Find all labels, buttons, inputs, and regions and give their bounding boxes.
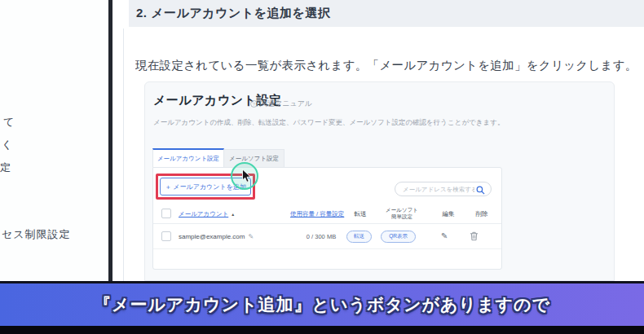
column-forward: 転送 <box>354 210 367 218</box>
sidebar: て く 定 セス制限設定 <box>0 0 108 281</box>
row-checkbox[interactable] <box>161 231 171 241</box>
mail-settings-panel: メールアカウント設定 ? 関連マニュアル メールアカウントの作成、削除、転送設定… <box>144 81 615 281</box>
trash-icon[interactable] <box>470 231 479 241</box>
help-circle-icon: ? <box>250 100 258 108</box>
sidebar-item-fragment[interactable]: 定 <box>0 160 11 175</box>
edit-pencil-icon[interactable]: ✎ <box>441 231 448 240</box>
column-edit: 編集 <box>440 210 457 218</box>
table-row: sample@example.com✎ 0 / 300 MB 転送 QR表示 ✎ <box>153 224 501 249</box>
select-all-checkbox[interactable] <box>161 209 171 218</box>
sidebar-item-access-restriction[interactable]: セス制限設定 <box>2 227 71 242</box>
mouse-cursor-icon <box>241 169 252 183</box>
search-icon[interactable] <box>476 186 485 195</box>
sidebar-item-fragment[interactable]: く <box>2 138 12 152</box>
search-box <box>395 182 492 196</box>
step-heading-band: 2. メールアカウントを追加を選択 <box>129 0 644 27</box>
instruction-text: 現在設定されている一覧が表示されます。「メールアカウントを追加」をクリックします… <box>135 58 644 73</box>
caption-text: 『メールアカウント追加』というボタンがありますので <box>94 293 550 316</box>
related-manual-label: 関連マニュアル <box>260 99 312 109</box>
letterbox-bottom-bar <box>0 326 644 334</box>
window-edge-divider <box>108 0 112 281</box>
tab-mail-account-settings[interactable]: メールアカウント設定 <box>152 148 224 167</box>
column-delete: 削除 <box>474 210 490 218</box>
qr-display-button[interactable]: QR表示 <box>381 231 416 243</box>
page: て く 定 セス制限設定 2. メールアカウントを追加を選択 現在設定されている… <box>0 0 644 334</box>
rename-pencil-icon[interactable]: ✎ <box>248 233 254 240</box>
sort-asc-icon[interactable]: ▲ <box>231 212 235 217</box>
usage-value: 0 / 300 MB <box>305 233 337 240</box>
table-header-row: メールアカウント▲ 使用容量 / 容量設定 転送 メールソフト簡単設定 編集 削… <box>153 202 501 224</box>
column-mail-account[interactable]: メールアカウント▲ <box>179 210 235 218</box>
mail-account-card: ＋ メールアカウントを追加 メールアカウント▲ 使用容量 / 容量設定 転送 メ… <box>152 167 502 270</box>
tab-mail-software-settings[interactable]: メールソフト設定 <box>224 149 285 168</box>
forward-button[interactable]: 転送 <box>346 231 372 243</box>
search-input[interactable] <box>403 182 474 196</box>
panel-description: メールアカウントの作成、削除、転送設定、パスワード変更、メールソフト設定の確認を… <box>153 118 504 128</box>
step-heading: 2. メールアカウントを追加を選択 <box>129 6 330 21</box>
content-divider <box>123 29 124 281</box>
sidebar-item-fragment[interactable]: て <box>3 115 14 130</box>
column-usage-capacity[interactable]: 使用容量 / 容量設定 <box>290 210 337 218</box>
email-address: sample@example.com✎ <box>179 233 254 240</box>
caption-bar: 『メールアカウント追加』というボタンがありますので <box>0 283 644 326</box>
column-mailsoft-easy-setup: メールソフト簡単設定 <box>384 207 420 220</box>
related-manual-link[interactable]: ? 関連マニュアル <box>250 99 312 109</box>
